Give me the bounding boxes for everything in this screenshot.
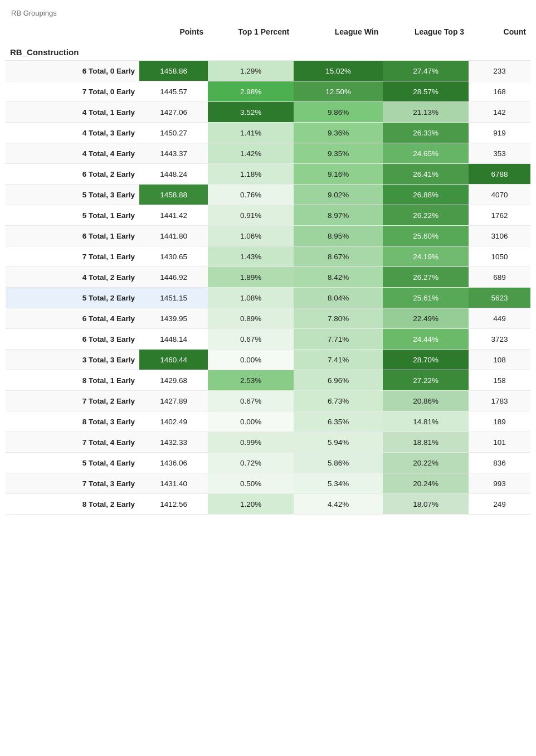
table-row: 6 Total, 0 Early1458.861.29%15.02%27.47%… [6,61,530,81]
header-name [6,22,139,42]
cell-count: 233 [469,61,530,81]
cell-top1: 1.42% [208,143,294,164]
cell-points: 1439.95 [139,308,208,329]
cell-leaguewin: 5.94% [294,432,383,453]
cell-leaguewin: 9.16% [294,164,383,185]
cell-leaguetop3: 20.86% [383,391,469,411]
cell-points: 1427.89 [139,391,208,411]
cell-points: 1443.37 [139,143,208,164]
cell-points: 1448.24 [139,164,208,185]
cell-points: 1441.80 [139,226,208,246]
section-header-row: RB_Construction [6,42,530,61]
cell-leaguewin: 6.73% [294,391,383,411]
cell-leaguetop3: 27.47% [383,61,469,81]
row-label: 7 Total, 1 Early [6,246,139,267]
table-row: 6 Total, 3 Early1448.140.67%7.71%24.44%3… [6,329,530,350]
row-label: 6 Total, 2 Early [6,164,139,185]
cell-top1: 0.72% [208,453,294,473]
cell-leaguetop3: 24.44% [383,329,469,350]
cell-count: 158 [469,370,530,391]
cell-count: 449 [469,308,530,329]
cell-count: 6788 [469,164,530,185]
cell-leaguetop3: 21.13% [383,102,469,123]
cell-leaguewin: 9.86% [294,102,383,123]
cell-top1: 1.43% [208,246,294,267]
table-header: Points Top 1 Percent League Win League T… [6,22,530,42]
cell-leaguewin: 8.97% [294,205,383,226]
cell-leaguewin: 5.86% [294,453,383,473]
table-row: 5 Total, 3 Early1458.880.76%9.02%26.88%4… [6,185,530,205]
row-label: 5 Total, 4 Early [6,453,139,473]
cell-count: 168 [469,81,530,102]
row-label: 5 Total, 2 Early [6,288,139,308]
row-label: 3 Total, 3 Early [6,350,139,370]
table-row: 4 Total, 2 Early1446.921.89%8.42%26.27%6… [6,267,530,288]
table-row: 5 Total, 1 Early1441.420.91%8.97%26.22%1… [6,205,530,226]
cell-points: 1445.57 [139,81,208,102]
row-label: 6 Total, 1 Early [6,226,139,246]
cell-leaguewin: 9.35% [294,143,383,164]
cell-leaguetop3: 25.61% [383,288,469,308]
table-row: 8 Total, 3 Early1402.490.00%6.35%14.81%1… [6,411,530,432]
cell-count: 189 [469,411,530,432]
cell-points: 1458.86 [139,61,208,81]
row-label: 4 Total, 2 Early [6,267,139,288]
cell-points: 1448.14 [139,329,208,350]
cell-top1: 0.00% [208,350,294,370]
data-table: Points Top 1 Percent League Win League T… [6,22,530,515]
table-row: 6 Total, 2 Early1448.241.18%9.16%26.41%6… [6,164,530,185]
cell-count: 108 [469,350,530,370]
cell-leaguetop3: 14.81% [383,411,469,432]
row-label: 7 Total, 3 Early [6,473,139,494]
cell-leaguetop3: 22.49% [383,308,469,329]
cell-top1: 0.99% [208,432,294,453]
cell-points: 1431.40 [139,473,208,494]
row-label: 7 Total, 4 Early [6,432,139,453]
header-leaguewin: League Win [294,22,383,42]
cell-top1: 0.50% [208,473,294,494]
cell-leaguetop3: 24.19% [383,246,469,267]
cell-leaguetop3: 26.33% [383,123,469,143]
cell-points: 1446.92 [139,267,208,288]
cell-leaguewin: 8.42% [294,267,383,288]
table-row: 6 Total, 1 Early1441.801.06%8.95%25.60%3… [6,226,530,246]
cell-top1: 1.08% [208,288,294,308]
cell-count: 689 [469,267,530,288]
table-row: 5 Total, 4 Early1436.060.72%5.86%20.22%8… [6,453,530,473]
cell-leaguewin: 9.36% [294,123,383,143]
table-row: 3 Total, 3 Early1460.440.00%7.41%28.70%1… [6,350,530,370]
row-label: 6 Total, 3 Early [6,329,139,350]
cell-count: 249 [469,494,530,515]
cell-leaguetop3: 20.22% [383,453,469,473]
cell-points: 1436.06 [139,453,208,473]
cell-top1: 0.67% [208,329,294,350]
cell-points: 1460.44 [139,350,208,370]
cell-leaguetop3: 26.41% [383,164,469,185]
cell-points: 1412.56 [139,494,208,515]
cell-leaguewin: 4.42% [294,494,383,515]
cell-leaguetop3: 26.22% [383,205,469,226]
cell-count: 993 [469,473,530,494]
cell-points: 1458.88 [139,185,208,205]
row-label: 7 Total, 2 Early [6,391,139,411]
cell-count: 3723 [469,329,530,350]
cell-count: 4070 [469,185,530,205]
cell-points: 1432.33 [139,432,208,453]
row-label: 4 Total, 1 Early [6,102,139,123]
cell-leaguewin: 6.96% [294,370,383,391]
row-label: 4 Total, 3 Early [6,123,139,143]
cell-leaguewin: 7.41% [294,350,383,370]
cell-points: 1427.06 [139,102,208,123]
table-row: 7 Total, 1 Early1430.651.43%8.67%24.19%1… [6,246,530,267]
cell-count: 5623 [469,288,530,308]
cell-points: 1441.42 [139,205,208,226]
cell-top1: 3.52% [208,102,294,123]
row-label: 5 Total, 3 Early [6,185,139,205]
cell-count: 3106 [469,226,530,246]
cell-leaguetop3: 24.65% [383,143,469,164]
row-label: 7 Total, 0 Early [6,81,139,102]
table-row: 4 Total, 4 Early1443.371.42%9.35%24.65%3… [6,143,530,164]
cell-count: 1783 [469,391,530,411]
table-container: Points Top 1 Percent League Win League T… [0,22,536,526]
cell-top1: 1.18% [208,164,294,185]
